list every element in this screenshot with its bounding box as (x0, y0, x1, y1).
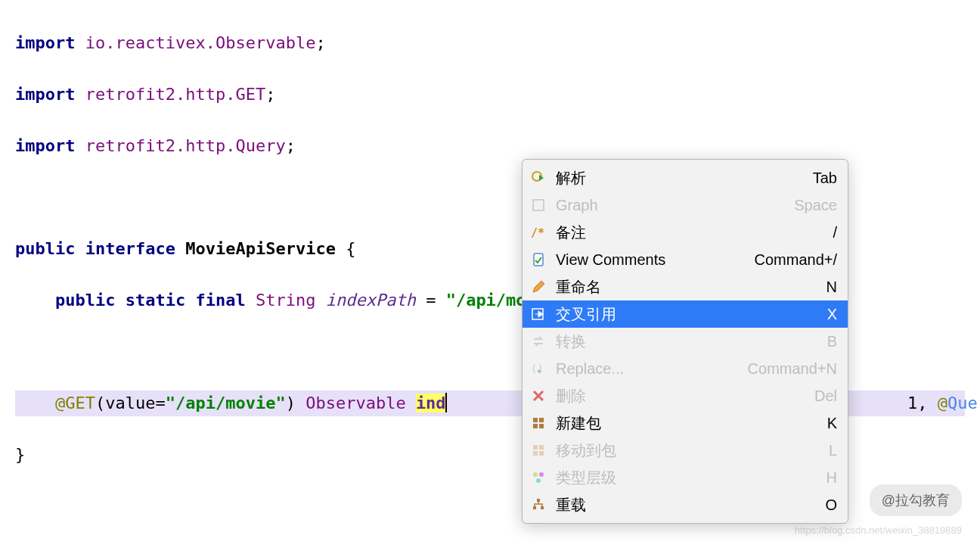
menu-item-remark[interactable]: /*备注/ (523, 219, 848, 246)
code-line: import io.reactivex.Observable; (15, 30, 965, 56)
keyword-import: import (15, 136, 75, 155)
menu-item-shortcut: B (827, 328, 837, 355)
svg-rect-15 (533, 445, 538, 450)
comment-slash-icon: /* (530, 224, 547, 241)
type-string: String (256, 291, 315, 310)
import-path: io.reactivex.Observable (85, 33, 316, 52)
pencil-icon (530, 279, 547, 295)
annotation-at: @ (55, 394, 65, 412)
svg-marker-5 (533, 281, 544, 292)
menu-item-label: 解析 (556, 164, 804, 191)
svg-rect-16 (539, 445, 544, 450)
svg-rect-2 (533, 200, 544, 210)
annotation-query: Query (947, 394, 980, 412)
menu-item-label: 重命名 (556, 273, 817, 300)
keyword-final: final (195, 291, 245, 310)
grid-faded-icon (530, 442, 547, 459)
menu-item-shortcut: H (826, 464, 837, 491)
menu-item-shortcut: L (829, 437, 837, 464)
svg-text:+: + (537, 367, 541, 375)
assign: = (416, 291, 446, 310)
svg-text:/*: /* (531, 226, 544, 240)
menu-item-label: Replace... (556, 355, 739, 382)
circles-icon (530, 469, 547, 486)
svg-rect-14 (539, 424, 544, 428)
menu-item-label: 交叉引用 (556, 300, 818, 328)
svg-rect-18 (539, 451, 544, 456)
clipboard-check-icon (530, 251, 547, 268)
menu-item-label: 移动到包 (556, 437, 820, 464)
svg-point-20 (539, 472, 544, 477)
menu-item-type-hierarchy: 类型层级H (523, 464, 848, 491)
svg-rect-11 (533, 418, 538, 422)
keyword-static: static (126, 291, 185, 310)
menu-item-label: View Comments (556, 246, 746, 273)
string-literal: "/api/movie" (166, 394, 286, 412)
grid-icon (530, 415, 547, 431)
svg-rect-4 (534, 254, 543, 266)
menu-item-shortcut: O (825, 491, 837, 518)
params-tail: 1, (907, 394, 938, 412)
brace-open: { (346, 239, 355, 258)
menu-item-shortcut: Del (814, 382, 837, 409)
menu-item-move-to-package: 移动到包L (523, 437, 848, 464)
menu-item-shortcut: Space (794, 191, 837, 219)
space (406, 394, 416, 412)
xref-icon (530, 306, 547, 322)
menu-item-label: 类型层级 (556, 464, 817, 491)
svg-rect-17 (533, 451, 538, 456)
menu-item-shortcut: X (827, 300, 837, 328)
annotation-get: GET (65, 394, 95, 412)
import-path: retrofit2.http.Query (85, 136, 286, 155)
menu-item-shortcut: Command+N (748, 355, 837, 382)
type-observable: Observable (305, 394, 405, 412)
menu-item-shortcut: N (826, 273, 837, 300)
keyword-import: import (15, 33, 75, 52)
box-outline-icon (530, 197, 547, 213)
menu-item-label: Graph (556, 191, 785, 219)
menu-item-label: 转换 (556, 328, 818, 355)
keyword-public: public (55, 291, 115, 310)
menu-item-rename[interactable]: 重命名N (523, 273, 848, 300)
menu-item-shortcut: K (827, 409, 837, 437)
tree-icon (530, 496, 547, 513)
svg-point-19 (533, 472, 538, 477)
menu-item-shortcut: / (833, 219, 837, 246)
code-line: import retrofit2.http.Query; (15, 133, 965, 159)
svg-rect-23 (533, 506, 536, 509)
keyword-public: public (15, 239, 75, 258)
menu-item-label: 新建包 (556, 409, 818, 437)
menu-item-graph: GraphSpace (523, 191, 848, 219)
menu-item-view-comments[interactable]: View CommentsCommand+/ (523, 246, 848, 273)
swap-icon (530, 333, 547, 350)
class-name: MovieApiService (185, 239, 336, 258)
text-caret (445, 393, 447, 412)
code-line: import retrofit2.http.GET; (15, 82, 965, 107)
menu-item-override[interactable]: 重载O (523, 491, 848, 518)
import-path: retrofit2.http.GET (85, 85, 265, 104)
menu-item-shortcut: Tab (813, 164, 837, 191)
menu-item-shortcut: Command+/ (755, 246, 838, 273)
watermark-badge: @拉勾教育 (870, 484, 962, 516)
paren-open: ( (95, 394, 105, 412)
x-red-icon (530, 387, 547, 404)
gear-play-icon (530, 170, 547, 186)
brackets-icon: ()+ (530, 360, 547, 377)
attr-name: value (105, 394, 155, 412)
menu-item-label: 重载 (556, 491, 816, 518)
menu-item-label: 备注 (556, 219, 823, 246)
method-token-selected: ind (416, 394, 446, 412)
menu-item-parse[interactable]: 解析Tab (523, 164, 848, 191)
svg-rect-22 (537, 499, 540, 502)
menu-item-xref[interactable]: 交叉引用X (523, 300, 848, 328)
field-indexpath: indexPath (326, 291, 416, 310)
keyword-import: import (15, 85, 75, 104)
menu-item-convert: 转换B (523, 328, 848, 355)
keyword-interface: interface (85, 239, 175, 258)
svg-rect-24 (541, 506, 544, 509)
context-menu: 解析TabGraphSpace/*备注/View CommentsCommand… (522, 159, 848, 524)
annotation-at: @ (938, 394, 947, 412)
menu-item-new-package[interactable]: 新建包K (523, 409, 848, 437)
menu-item-delete: 删除Del (523, 382, 848, 409)
paren-close: ) (286, 394, 306, 412)
